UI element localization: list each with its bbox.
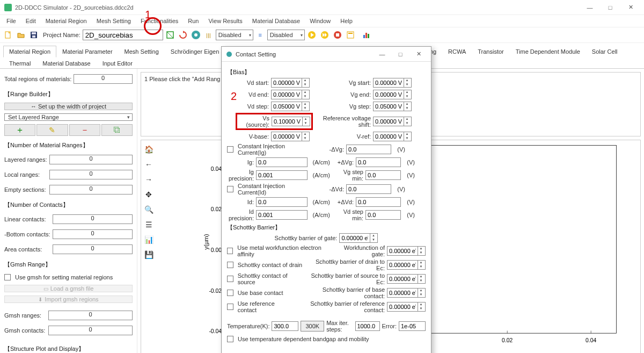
wf-input[interactable]: ▲▼ [387,246,426,256]
dvg-input[interactable] [346,145,391,154]
ci-id-checkbox[interactable] [227,186,233,192]
tab-time-dependent[interactable]: Time Dependent Module [510,46,586,57]
menu-window[interactable]: Window [305,17,335,25]
vd-end-input[interactable]: ▲▼ [271,90,310,99]
window-minimize[interactable]: — [581,2,599,13]
vdmin-input[interactable] [365,210,401,220]
tab-input-editor[interactable]: Input Editor [97,57,138,69]
cube-icon[interactable] [164,29,176,41]
vref-input[interactable]: ▲▼ [373,132,412,141]
dialog-maximize[interactable]: □ [392,49,408,60]
temp-input[interactable] [272,321,298,331]
menu-functionalities[interactable]: Functionalities [136,17,182,25]
pdvd-input[interactable] [356,197,401,207]
menu-edit[interactable]: Edit [21,17,40,25]
dvd-label: -ΔVd: [316,186,344,192]
menu-view-results[interactable]: View Results [204,17,246,25]
id-input[interactable] [256,197,308,207]
ci-ig-checkbox[interactable] [227,146,233,153]
project-name-input[interactable] [83,30,163,40]
menu-help[interactable]: Help [336,17,357,25]
menu-run[interactable]: Run [184,17,203,25]
open-folder-icon[interactable] [15,29,27,41]
sbs-input[interactable]: ▲▼ [387,274,426,284]
err-input[interactable] [399,321,426,331]
window-close[interactable]: ✕ [621,2,640,13]
igp-input[interactable] [256,170,308,180]
sbr-input[interactable]: ▲▼ [387,302,426,312]
dvd-input[interactable] [346,184,391,194]
vd-step-input[interactable]: ▲▼ [271,102,310,111]
play-icon[interactable] [306,29,318,41]
contact-setting-icon[interactable] [190,29,202,41]
vs-source-input[interactable]: ▲▼ [272,117,310,126]
vg-end-input[interactable]: ▲▼ [373,90,412,99]
setup-width-button[interactable]: ↔ Set up the width of project [4,103,133,110]
sbd-input[interactable]: ▲▼ [387,260,426,270]
idp-input[interactable] [256,210,308,220]
import-gmsh-button[interactable]: ⬇Import gmsh regions [4,296,133,303]
stop-icon[interactable] [332,29,343,41]
layered-range-combo[interactable]: Set Layered Range [4,113,133,121]
refresh-icon[interactable] [177,29,189,41]
tab-material-region[interactable]: Material Region [3,46,56,57]
forward-icon[interactable] [319,29,331,41]
copy-range-button[interactable]: ⿻ [101,124,133,136]
menu-mesh-setting[interactable]: Mesh Setting [92,17,135,25]
forward-nav-icon[interactable]: → [144,175,153,184]
list-icon[interactable]: ≡ [254,29,266,41]
delete-range-button[interactable]: － [69,124,100,136]
pdvg-unit: (V) [403,159,415,165]
pdvg-input[interactable] [356,157,401,167]
vgmin-input[interactable] [365,170,401,180]
home-icon[interactable]: 🏠 [144,145,153,154]
vg-step-input[interactable]: ▲▼ [373,102,412,111]
menu-material-database[interactable]: Material Database [248,17,304,25]
zoom-icon[interactable]: 🔍 [144,205,153,214]
new-file-icon[interactable] [2,29,14,41]
gmsh-checkbox[interactable] [4,274,11,280]
disabled-combo-2[interactable]: Disabled [267,30,305,40]
ubc-checkbox[interactable] [227,290,233,296]
ig-input[interactable] [256,157,308,167]
save-icon[interactable] [28,29,40,41]
tab-thermal[interactable]: Thermal [3,57,36,69]
save-plot-icon[interactable]: 💾 [144,250,153,260]
vg-start-input[interactable]: ▲▼ [373,78,412,88]
tempdep-checkbox[interactable] [227,336,233,342]
tab-solar-cell[interactable]: Solar Cell [586,46,624,57]
wf-checkbox[interactable] [227,248,233,254]
dialog-close[interactable]: ✕ [411,49,427,60]
dialog-minimize[interactable]: — [374,49,390,60]
sbg-input[interactable]: ▲▼ [339,233,378,243]
tab-material-parameter[interactable]: Material Parameter [56,46,119,57]
ref-voltage-input[interactable]: ▲▼ [373,117,412,126]
edit-range-button[interactable]: ✎ [36,124,68,136]
pillars-icon[interactable]: ⫼ [203,29,215,41]
tab-rcwa[interactable]: RCWA [442,46,472,57]
back-icon[interactable]: ← [144,160,153,169]
svg-point-7 [194,33,197,37]
temp-300k-button[interactable]: 300K [301,321,324,332]
window-maximize[interactable]: □ [601,2,619,13]
tab-transistor[interactable]: Transistor [472,46,510,57]
axes-icon[interactable]: 📊 [144,235,153,244]
vd-start-input[interactable]: ▲▼ [271,78,310,88]
disabled-combo-1[interactable]: Disabled [216,30,253,40]
load-gmsh-button[interactable]: ▭Load a gmsh file [4,285,133,292]
report-icon[interactable] [345,29,356,41]
bar-chart-icon[interactable] [361,29,372,41]
maxit-input[interactable] [355,321,380,331]
scs-checkbox[interactable] [227,276,233,282]
tab-mesh-setting[interactable]: Mesh Setting [119,46,165,57]
add-range-button[interactable]: ＋ [4,124,35,136]
tab-material-database[interactable]: Material Database [36,57,96,69]
vbase-input[interactable]: ▲▼ [271,132,310,141]
configure-icon[interactable]: ☰ [144,220,153,229]
sbb-input[interactable]: ▲▼ [387,288,426,298]
pan-icon[interactable]: ✥ [144,190,153,199]
menu-material-region[interactable]: Material Region [41,17,91,25]
scd-checkbox[interactable] [227,262,233,268]
urc-checkbox[interactable] [227,304,233,310]
menu-file[interactable]: File [2,17,20,25]
